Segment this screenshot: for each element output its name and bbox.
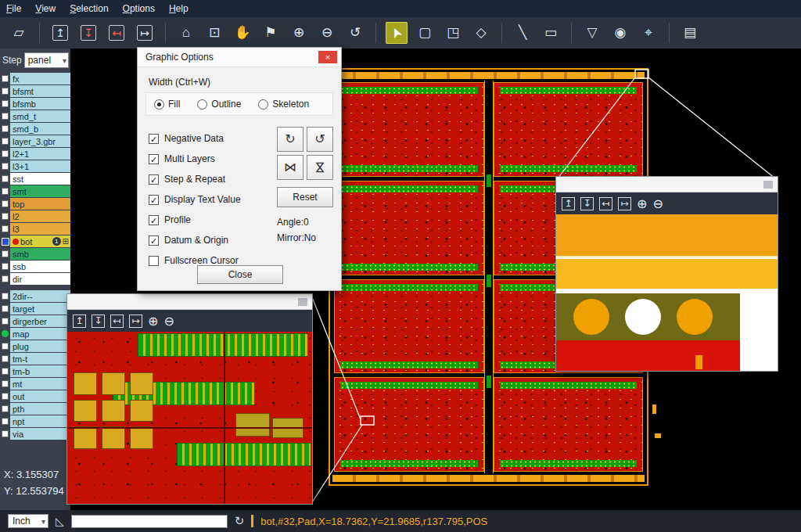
- report-icon[interactable]: ▤: [679, 22, 701, 44]
- unit-select[interactable]: Inch ▾: [8, 514, 48, 528]
- layer-visibility-checkbox[interactable]: [2, 293, 9, 300]
- open-file-icon[interactable]: ▱: [8, 22, 30, 44]
- ruler-icon[interactable]: ▭: [540, 22, 562, 44]
- magnifier-titlebar[interactable]: [556, 177, 778, 192]
- dialog-titlebar[interactable]: Graphic Options ×: [138, 48, 341, 67]
- magnifier-corner-view[interactable]: [556, 214, 778, 371]
- zoom-out-icon[interactable]: ⊖: [316, 22, 338, 44]
- layer-row-fx[interactable]: fx: [0, 73, 70, 84]
- checkbox-negative-data[interactable]: ✓Negative Data: [149, 128, 241, 149]
- zoom-previous-icon[interactable]: ↺: [344, 22, 366, 44]
- rotate-cw-icon[interactable]: ↻: [277, 127, 304, 152]
- layer-row-l3+1[interactable]: l3+1: [0, 160, 70, 172]
- snap-icon[interactable]: ◇: [470, 22, 492, 44]
- layer-row-sst[interactable]: sst: [0, 173, 70, 185]
- layer-visibility-checkbox[interactable]: [2, 405, 9, 412]
- layer-visibility-checkbox[interactable]: [2, 368, 9, 375]
- popup-menu-button[interactable]: [763, 181, 773, 189]
- layer-row-l3[interactable]: l3: [0, 223, 70, 235]
- layer-row-l2[interactable]: l2: [0, 210, 70, 222]
- checkbox-display-text-value[interactable]: ✓Display Text Value: [149, 189, 241, 210]
- annotation-icon[interactable]: ⚑: [260, 22, 282, 44]
- layer-row-bfsmt[interactable]: bfsmt: [0, 85, 70, 97]
- export-right-icon[interactable]: ↦: [137, 25, 153, 41]
- layer-row-out[interactable]: out: [0, 390, 70, 402]
- pan-left-icon[interactable]: ↤: [599, 197, 612, 210]
- layer-visibility-checkbox[interactable]: [2, 88, 9, 95]
- rotate-ccw-icon[interactable]: ↺: [307, 127, 333, 152]
- layer-row-ssb[interactable]: ssb: [0, 261, 70, 272]
- home-view-icon[interactable]: ⌂: [175, 22, 197, 44]
- magnifier-titlebar[interactable]: [67, 294, 312, 310]
- window-select-icon[interactable]: ▢: [414, 22, 436, 44]
- zoom-in-icon[interactable]: ⊕: [148, 315, 158, 328]
- layer-row-smb[interactable]: smb: [0, 248, 70, 260]
- layer-visibility-checkbox[interactable]: [2, 125, 9, 132]
- pan-hand-icon[interactable]: ✋: [232, 22, 253, 44]
- zoom-in-icon[interactable]: ⊕: [288, 22, 310, 44]
- zoom-out-icon[interactable]: ⊖: [652, 197, 663, 210]
- layer-visibility-checkbox[interactable]: [2, 150, 9, 157]
- angle-mode-icon[interactable]: ◺: [56, 515, 64, 527]
- layer-visibility-checkbox[interactable]: [2, 318, 9, 325]
- layer-visibility-checkbox[interactable]: [2, 355, 9, 362]
- layer-row-tm-t[interactable]: tm-t: [0, 353, 70, 365]
- pan-right-icon[interactable]: ↦: [618, 197, 631, 210]
- layer-row-layer_3.gbr[interactable]: layer_3.gbr: [0, 135, 70, 147]
- flip-vertical-icon[interactable]: ⋈: [307, 155, 333, 180]
- layer-visibility-checkbox[interactable]: [2, 343, 9, 350]
- load-down-icon[interactable]: ↧: [81, 25, 96, 41]
- reset-button[interactable]: Reset: [277, 187, 333, 207]
- layer-visibility-checkbox[interactable]: [2, 418, 9, 425]
- flip-horizontal-icon[interactable]: ⋈: [277, 155, 304, 180]
- layer-row-smd_t[interactable]: smd_t: [0, 110, 70, 122]
- layer-row-bfsmb[interactable]: bfsmb: [0, 98, 70, 110]
- layer-row-via[interactable]: via: [0, 428, 70, 440]
- pan-down-icon[interactable]: ↧: [580, 197, 594, 210]
- import-left-icon[interactable]: ↤: [109, 25, 124, 41]
- checkbox-profile[interactable]: ✓Profile: [149, 210, 241, 230]
- zoom-in-icon[interactable]: ⊕: [637, 197, 647, 210]
- step-select[interactable]: panel ▾: [24, 52, 69, 68]
- layer-visibility-checkbox[interactable]: [2, 305, 9, 312]
- close-icon[interactable]: ×: [318, 51, 337, 63]
- checkbox-multi-layers[interactable]: ✓Multi Layers: [149, 149, 241, 169]
- close-button[interactable]: Close: [197, 265, 283, 284]
- menu-view[interactable]: View: [35, 3, 56, 14]
- layer-visibility-checkbox[interactable]: [2, 200, 9, 207]
- layer-visibility-checkbox[interactable]: [2, 380, 9, 387]
- filter-icon[interactable]: ▽: [581, 22, 603, 44]
- layer-row-bot[interactable]: bot1⊞: [0, 235, 70, 247]
- layer-visibility-checkbox[interactable]: [2, 250, 9, 257]
- layer-row-smd_b[interactable]: smd_b: [0, 123, 70, 135]
- radio-fill[interactable]: Fill: [154, 99, 180, 110]
- checkbox-datum-origin[interactable]: ✓Datum & Origin: [149, 230, 241, 250]
- layer-row-dirgerber[interactable]: dirgerber: [0, 315, 70, 327]
- layer-visibility-checkbox[interactable]: [2, 188, 9, 195]
- layer-visibility-checkbox[interactable]: [2, 213, 9, 220]
- layer-visibility-checkbox[interactable]: [2, 225, 9, 232]
- pan-left-icon[interactable]: ↤: [110, 315, 124, 328]
- layer-row-l2+1[interactable]: l2+1: [0, 148, 70, 160]
- refresh-icon[interactable]: ↻: [235, 514, 245, 528]
- layer-visibility-checkbox[interactable]: [2, 138, 9, 145]
- zoom-window-icon[interactable]: ⊡: [203, 22, 225, 44]
- layer-row-mt[interactable]: mt: [0, 378, 70, 390]
- layer-row-top[interactable]: top: [0, 198, 70, 210]
- pan-up-icon[interactable]: ↥: [73, 315, 86, 328]
- layer-row-pth[interactable]: pth: [0, 403, 70, 415]
- layer-visibility-checkbox[interactable]: [2, 100, 9, 107]
- zoom-out-icon[interactable]: ⊖: [163, 315, 174, 328]
- menu-options[interactable]: Options: [123, 3, 155, 14]
- menu-selection[interactable]: Selection: [70, 3, 108, 14]
- radio-outline[interactable]: Outline: [197, 99, 241, 110]
- layer-row-map[interactable]: map: [0, 328, 70, 340]
- layer-visibility-checkbox[interactable]: [2, 163, 9, 170]
- eye-icon[interactable]: ◉: [609, 22, 631, 44]
- transform-icon[interactable]: ◳: [442, 22, 464, 44]
- layer-visibility-checkbox[interactable]: [2, 263, 9, 270]
- menu-help[interactable]: Help: [169, 3, 189, 14]
- magnifier-detail-view[interactable]: [67, 332, 312, 504]
- layer-visibility-checkbox[interactable]: [2, 75, 9, 82]
- layer-row-tm-b[interactable]: tm-b: [0, 365, 70, 377]
